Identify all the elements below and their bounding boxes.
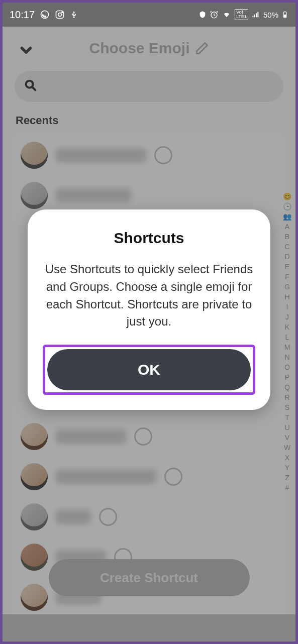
app-notification-icon	[198, 11, 207, 19]
ok-button[interactable]: OK	[47, 349, 251, 390]
instagram-icon	[55, 10, 65, 20]
usb-icon	[70, 10, 78, 20]
status-time: 10:17	[10, 9, 35, 21]
wifi-icon	[222, 11, 232, 19]
android-status-bar: 10:17 Vo)LTE1 50%	[3, 3, 295, 27]
signal-icon	[251, 11, 260, 19]
alarm-icon	[210, 10, 219, 19]
whatsapp-icon	[40, 10, 50, 20]
dialog-body-text: Use Shortcuts to quickly select Friends …	[43, 261, 255, 331]
battery-percentage: 50%	[263, 11, 278, 19]
volte-icon: Vo)LTE1	[235, 9, 248, 20]
svg-rect-7	[284, 12, 285, 13]
battery-icon	[281, 10, 288, 20]
svg-rect-6	[284, 15, 286, 17]
tutorial-highlight-box: OK	[43, 345, 255, 395]
svg-point-2	[58, 13, 62, 17]
svg-point-3	[62, 12, 63, 13]
dialog-title: Shortcuts	[43, 230, 255, 247]
shortcuts-info-dialog: Shortcuts Use Shortcuts to quickly selec…	[28, 209, 270, 410]
